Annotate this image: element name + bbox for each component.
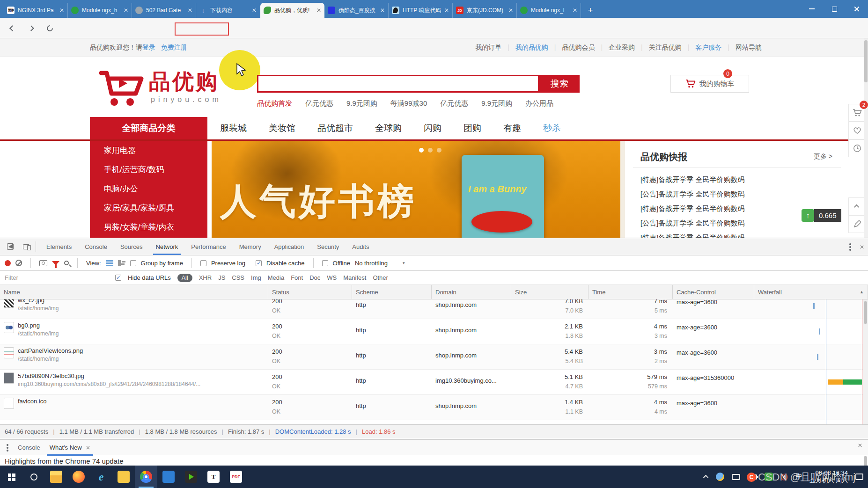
drawer-menu-icon[interactable] [2, 442, 13, 453]
drawer-close-icon[interactable] [858, 443, 862, 448]
uploader-tray-icon[interactable]: ↑ [765, 473, 773, 481]
register-link[interactable]: 免费注册 [161, 44, 187, 51]
carousel-dots[interactable] [419, 148, 441, 153]
action-center-button[interactable] [855, 473, 863, 480]
news-item[interactable]: [特惠]备战开学季 全民半价购数码 [640, 230, 745, 238]
display-tray-icon[interactable] [732, 474, 740, 480]
record-button[interactable] [5, 260, 11, 266]
hotword-link[interactable]: 品优购首发 [257, 99, 292, 108]
nav-item-global[interactable]: 全球购 [375, 122, 402, 134]
filter-type-js[interactable]: JS [218, 274, 225, 281]
filter-type-manifest[interactable]: Manifest [343, 274, 366, 281]
news-item[interactable]: [公告]备战开学季 全民半价购数码 [640, 187, 745, 201]
tab-close-icon[interactable] [508, 8, 513, 13]
tab-nginx-3rd[interactable]: 暂停 NGINX 3rd Pa [4, 3, 68, 18]
dictionary-app-button[interactable] [112, 466, 135, 488]
search-button[interactable]: 搜索 [539, 75, 580, 93]
filter-funnel-icon[interactable] [52, 261, 59, 265]
filter-type-all[interactable]: All [177, 274, 192, 282]
preserve-log-label[interactable]: Preserve log [211, 260, 245, 267]
column-scheme[interactable]: Scheme [352, 285, 432, 299]
forward-button[interactable] [25, 22, 37, 34]
news-item[interactable]: [特惠]备战开学季 全民半价购数码 [640, 201, 745, 216]
tab-close-icon[interactable] [380, 8, 385, 13]
filter-type-other[interactable]: Other [373, 274, 388, 281]
tab-close-icon[interactable] [444, 8, 449, 13]
inspect-element-button[interactable] [5, 241, 16, 252]
column-time[interactable]: Time [588, 285, 673, 299]
filter-type-xhr[interactable]: XHR [199, 274, 212, 281]
column-cache-control[interactable]: Cache-Control [673, 285, 754, 299]
category-appliances[interactable]: 家用电器 [90, 141, 207, 160]
nav-item-flash[interactable]: 闪购 [424, 122, 441, 134]
hotword-link[interactable]: 亿元优惠 [440, 99, 468, 108]
login-link[interactable]: 登录 [142, 44, 155, 51]
devtools-menu-icon[interactable] [849, 246, 851, 248]
back-button[interactable] [7, 22, 18, 34]
hotword-link[interactable]: 9.9元团购 [481, 99, 512, 108]
disable-cache-checkbox[interactable] [256, 260, 262, 266]
hero-banner[interactable]: 人气好书榜 I am a Bunny [212, 141, 625, 238]
devtools-close-icon[interactable] [860, 245, 864, 249]
internet-explorer-button[interactable]: e [90, 466, 112, 488]
media-player-button[interactable] [180, 466, 202, 488]
news-item[interactable]: [特惠]备战开学季 全民半价购数码 [640, 172, 745, 187]
typora-button[interactable]: T [202, 466, 225, 488]
firefox-button[interactable] [67, 466, 90, 488]
taskbar-clock[interactable]: 06-08 16:34 五月初六 周六 [809, 469, 848, 484]
tab-http-codes[interactable]: HTTP 响应代码 [389, 3, 453, 18]
topbar-link-member[interactable]: 品优购会员 [556, 44, 601, 52]
tab-downloads[interactable]: ↓ 下载内容 [196, 3, 260, 18]
nav-item-fun[interactable]: 有趣 [503, 122, 521, 134]
filter-type-font[interactable]: Font [291, 274, 303, 281]
input-method-indicator[interactable]: 中 [795, 473, 802, 481]
taskbar-search-button[interactable] [22, 466, 45, 488]
device-toolbar-button[interactable] [21, 241, 32, 252]
filter-type-css[interactable]: CSS [232, 274, 244, 281]
devtools-tab-sources[interactable]: Sources [114, 238, 149, 255]
close-button[interactable] [846, 0, 868, 18]
nav-item-group[interactable]: 团购 [463, 122, 481, 134]
devtools-tab-memory[interactable]: Memory [233, 238, 268, 255]
tab-pinyougou-active[interactable]: 品优购，优质! [260, 3, 324, 18]
all-categories-button[interactable]: 全部商品分类 [90, 117, 207, 139]
devtools-tab-console[interactable]: Console [78, 238, 114, 255]
filter-type-media[interactable]: Media [268, 274, 284, 281]
new-tab-button[interactable]: + [584, 4, 597, 17]
drawer-tab-close-icon[interactable] [86, 445, 90, 450]
devtools-tab-audits[interactable]: Audits [346, 238, 375, 255]
devtools-tab-application[interactable]: Application [268, 238, 311, 255]
nav-item-seckill[interactable]: 秒杀 [543, 122, 561, 134]
tab-close-icon[interactable] [124, 8, 128, 13]
topbar-link-sitemap[interactable]: 网站导航 [729, 44, 768, 52]
topbar-link-follow[interactable]: 关注品优购 [643, 44, 688, 52]
filter-type-ws[interactable]: WS [327, 274, 337, 281]
file-explorer-button[interactable] [45, 466, 67, 488]
topbar-link-my-pinyougou[interactable]: 我的品优购 [509, 44, 554, 52]
pdf-reader-button[interactable]: PDF [225, 466, 247, 488]
network-scrollbar-thumb[interactable] [864, 301, 867, 324]
maximize-button[interactable] [823, 0, 846, 18]
my-cart-button[interactable]: 我的购物车 [670, 75, 749, 93]
filter-type-img[interactable]: Img [251, 274, 261, 281]
disable-cache-label[interactable]: Disable cache [266, 260, 305, 267]
hotword-link[interactable]: 办公用品 [525, 99, 553, 108]
view-waterfall-icon[interactable] [118, 260, 125, 266]
nav-item-clothing[interactable]: 服装城 [220, 122, 247, 134]
tab-close-icon[interactable] [316, 8, 321, 13]
start-button[interactable] [0, 466, 22, 488]
network-row-bg0[interactable]: bg0.png /static/home/img 200OK http shop… [0, 319, 868, 344]
category-apparel[interactable]: 男装/女装/童装/内衣 [90, 218, 207, 237]
screenshot-capture-icon[interactable] [39, 260, 47, 266]
news-item[interactable]: [公告]备战开学季 全民半价购数码 [640, 216, 745, 230]
nav-item-supermarket[interactable]: 品优超市 [317, 122, 353, 134]
topbar-link-enterprise[interactable]: 企业采购 [603, 44, 641, 52]
category-phones[interactable]: 手机/运营商/数码 [90, 160, 207, 179]
column-status[interactable]: Status [268, 285, 352, 299]
battery-tray-icon[interactable] [748, 474, 757, 480]
tab-module-ngx-2[interactable]: Module ngx_l [517, 3, 581, 18]
category-home[interactable]: 家居/家具/家装/厨具 [90, 198, 207, 218]
tab-baidu-search[interactable]: 伪静态_百度搜 [324, 3, 389, 18]
tab-close-icon[interactable] [252, 8, 257, 13]
tab-close-icon[interactable] [573, 8, 577, 13]
